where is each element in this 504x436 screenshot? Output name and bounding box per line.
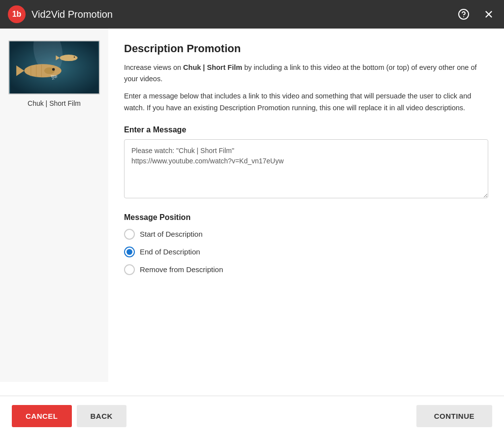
radio-label: Start of Description bbox=[140, 230, 203, 238]
footer-left-buttons: CANCEL BACK bbox=[12, 405, 126, 427]
main-content: Description Promotion Increase views on … bbox=[108, 29, 504, 382]
dialog-title: Vid2Vid Promotion bbox=[32, 9, 456, 20]
svg-point-13 bbox=[60, 55, 78, 61]
description-paragraph-2: Enter a message below that includes a li… bbox=[124, 91, 488, 113]
position-section: Message Position Start of DescriptionEnd… bbox=[124, 213, 488, 275]
radio-circle bbox=[124, 264, 135, 275]
radio-group: Start of DescriptionEnd of DescriptionRe… bbox=[124, 229, 488, 275]
svg-point-15 bbox=[74, 57, 75, 58]
back-button[interactable]: BACK bbox=[77, 405, 126, 427]
radio-item[interactable]: End of Description bbox=[124, 247, 488, 257]
radio-inner-dot bbox=[126, 249, 132, 255]
close-button[interactable] bbox=[481, 7, 496, 22]
titlebar: 1b Vid2Vid Promotion bbox=[0, 0, 504, 29]
radio-circle bbox=[124, 229, 135, 240]
video-thumbnail: चूक bbox=[8, 40, 100, 94]
app-logo: 1b bbox=[8, 5, 26, 23]
dialog: 1b Vid2Vid Promotion bbox=[0, 0, 504, 436]
help-button[interactable] bbox=[456, 6, 472, 22]
svg-point-9 bbox=[52, 68, 55, 70]
description-paragraph-1: Increase views on Chuk | Short Film by i… bbox=[124, 62, 488, 85]
video-title: Chuk | Short Film bbox=[28, 99, 81, 107]
footer-right-buttons: CONTINUE bbox=[416, 405, 492, 427]
sidebar: चूक Chuk | Short Film bbox=[0, 29, 108, 382]
radio-item[interactable]: Start of Description bbox=[124, 229, 488, 240]
continue-button[interactable]: CONTINUE bbox=[416, 405, 492, 427]
svg-text:चूक: चूक bbox=[50, 74, 58, 80]
content-area: चूक Chuk | Short Film Description Promot… bbox=[0, 29, 504, 382]
radio-item[interactable]: Remove from Description bbox=[124, 264, 488, 275]
thumbnail-image: चूक bbox=[9, 41, 99, 93]
section-title: Description Promotion bbox=[124, 42, 488, 55]
radio-label: End of Description bbox=[140, 248, 200, 256]
message-textarea[interactable] bbox=[124, 139, 488, 198]
footer: CANCEL BACK CONTINUE bbox=[0, 396, 504, 436]
close-icon bbox=[483, 9, 494, 20]
radio-label: Remove from Description bbox=[140, 265, 223, 274]
help-icon bbox=[458, 8, 470, 20]
position-label: Message Position bbox=[124, 213, 488, 222]
message-label: Enter a Message bbox=[124, 125, 488, 134]
video-name-bold: Chuk | Short Film bbox=[183, 63, 242, 71]
message-section: Enter a Message bbox=[124, 125, 488, 200]
radio-circle bbox=[124, 247, 135, 257]
cancel-button[interactable]: CANCEL bbox=[12, 405, 72, 427]
titlebar-actions bbox=[456, 6, 496, 22]
